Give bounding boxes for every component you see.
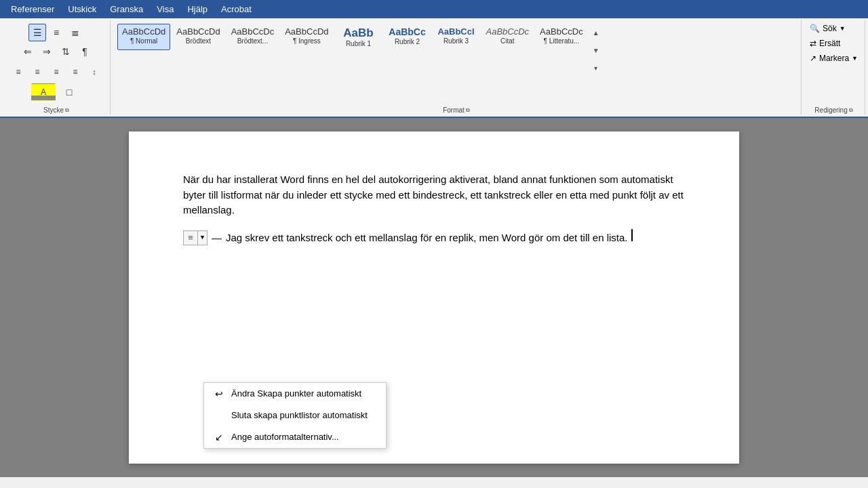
align-right-button[interactable]: ≡ (47, 63, 65, 81)
shading-button[interactable]: A (31, 83, 56, 101)
sluta-label: Sluta skapa punktlistor automatiskt (231, 409, 368, 422)
list-dash: — (212, 230, 222, 246)
list-line-container: ≡ ▼ — Jag skrev ett tankstreck och ett m… (183, 229, 685, 246)
format-expand-icon: ⧉ (466, 107, 470, 114)
style-rubrik3[interactable]: AaBbCcI Rubrik 3 (433, 24, 480, 50)
style-litteratur-preview: AaBbCcDc (540, 26, 583, 37)
style-brodtext[interactable]: AaBbCcDd Brödtext (172, 24, 224, 50)
menu-bar: Referenser Utskick Granska Visa Hjälp Ac… (0, 0, 868, 18)
increase-indent-button[interactable]: ⇒ (38, 43, 56, 60)
style-rubrik3-preview: AaBbCcI (437, 26, 474, 37)
menu-utskick[interactable]: Utskick (62, 1, 102, 17)
style-brodtext-preview: AaBbCcDd (176, 26, 220, 37)
autocorrect-arrow[interactable]: ▼ (198, 230, 208, 245)
autocorrect-indicator: ≡ ▼ (183, 230, 208, 245)
dropdown-item-sluta[interactable]: Sluta skapa punktlistor automatiskt (204, 405, 386, 426)
list-content: — Jag skrev ett tankstreck och ett mella… (212, 229, 633, 246)
border-button[interactable]: □ (57, 83, 81, 101)
redigering-group: 🔍 Sök ▼ ⇄ Ersätt ↗ Markera ▼ Redigering … (803, 20, 865, 115)
redigering-content: 🔍 Sök ▼ ⇄ Ersätt ↗ Markera ▼ (803, 20, 865, 105)
search-icon: 🔍 (810, 24, 820, 33)
stycke-expand-icon: ⧉ (65, 107, 69, 114)
ersatt-label: Ersätt (819, 39, 840, 48)
document-page[interactable]: När du har installerat Word finns en hel… (129, 131, 739, 464)
ange-label: Ange autoformatalternativ... (231, 430, 339, 444)
style-normal[interactable]: AaBbCcDd ¶ Normal (117, 24, 170, 50)
menu-visa[interactable]: Visa (151, 1, 179, 17)
markera-icon: ↗ (810, 54, 816, 63)
search-dropdown-icon: ▼ (840, 25, 846, 32)
angra-icon: ↩ (212, 387, 226, 401)
stycke-controls: ☰ ≡ ≣ ⇐ ⇒ ⇅ ¶ ≡ ≡ ≡ ≡ ↕ A (3, 20, 110, 105)
style-rubrik1[interactable]: AaBb Rubrik 1 (335, 24, 382, 50)
style-ingress-label: ¶ Ingress (293, 37, 321, 45)
stycke-footer[interactable]: Stycke ⧉ (3, 105, 110, 115)
sort-button[interactable]: ⇅ (57, 43, 75, 60)
markera-label: Markera (819, 54, 849, 63)
line-spacing-button[interactable]: ↕ (85, 63, 103, 81)
paragraph-1: När du har installerat Word finns en hel… (183, 172, 685, 218)
gallery-scroll-up[interactable]: ▲ (591, 24, 601, 41)
ange-icon: ↙ (212, 430, 226, 444)
autocorrect-dropdown: ↩ Ändra Skapa punkter automatiskt Sluta … (203, 382, 387, 449)
style-items-container: AaBbCcDd ¶ Normal AaBbCcDd Brödtext AaBb… (116, 22, 589, 52)
style-rubrik3-label: Rubrik 3 (443, 37, 469, 45)
style-rubrik1-preview: AaBb (343, 26, 373, 40)
style-brodtext2-label: Brödtext... (237, 37, 269, 45)
gallery-scroll-expand[interactable]: ▾ (591, 59, 601, 77)
multilevel-list-button[interactable]: ≣ (66, 24, 84, 41)
menu-hjalp[interactable]: Hjälp (182, 1, 213, 17)
redigering-label: Redigering (814, 106, 847, 114)
dropdown-item-angra[interactable]: ↩ Ändra Skapa punkter automatiskt (204, 383, 386, 405)
angra-label: Ändra Skapa punkter automatiskt (231, 387, 361, 401)
gallery-scroll-down[interactable]: ▼ (591, 41, 601, 59)
styles-gallery: AaBbCcDd ¶ Normal AaBbCcDd Brödtext AaBb… (116, 22, 797, 78)
style-brodtext2-preview: AaBbCcDc (231, 26, 275, 37)
numbered-list-button[interactable]: ≡ (47, 24, 65, 41)
search-button[interactable]: 🔍 Sök ▼ (807, 22, 848, 35)
style-ingress-preview: AaBbCcDd (285, 26, 328, 37)
style-normal-label: ¶ Normal (130, 37, 157, 45)
align-center-button[interactable]: ≡ (28, 63, 46, 81)
justify-button[interactable]: ≡ (66, 63, 84, 81)
menu-referenser[interactable]: Referenser (5, 1, 60, 17)
style-rubrik1-label: Rubrik 1 (346, 40, 371, 47)
style-citat[interactable]: AaBbCcDc Citat (481, 24, 534, 50)
menu-granska[interactable]: Granska (104, 1, 149, 17)
list-controls: ☰ ≡ ≣ ⇐ ⇒ ⇅ ¶ ≡ ≡ ≡ ≡ ↕ A (7, 22, 106, 102)
style-litteratur-label: ¶ Litteratu... (544, 37, 580, 45)
redigering-expand-icon: ⧉ (849, 107, 853, 114)
markera-dropdown-icon: ▼ (852, 55, 858, 62)
ersatt-icon: ⇄ (810, 39, 816, 48)
redigering-footer[interactable]: Redigering ⧉ (803, 105, 865, 115)
styles-content: AaBbCcDd ¶ Normal AaBbCcDd Brödtext AaBb… (112, 20, 801, 105)
ribbon-toolbar: ☰ ≡ ≣ ⇐ ⇒ ⇅ ¶ ≡ ≡ ≡ ≡ ↕ A (0, 18, 868, 118)
dropdown-item-ange[interactable]: ↙ Ange autoformatalternativ... (204, 426, 386, 448)
decrease-indent-button[interactable]: ⇐ (19, 43, 37, 60)
style-ingress[interactable]: AaBbCcDd ¶ Ingress (280, 24, 333, 50)
autocorrect-box[interactable]: ≡ (183, 230, 198, 245)
search-label: Sök (823, 24, 837, 33)
style-normal-preview: AaBbCcDd (122, 26, 165, 37)
stycke-label: Stycke (43, 106, 64, 114)
stycke-group: ☰ ≡ ≣ ⇐ ⇒ ⇅ ¶ ≡ ≡ ≡ ≡ ↕ A (3, 20, 111, 115)
align-left-button[interactable]: ≡ (9, 63, 27, 81)
ersatt-button[interactable]: ⇄ Ersätt (807, 37, 843, 49)
format-label: Format (443, 106, 465, 114)
style-rubrik2-label: Rubrik 2 (395, 38, 420, 45)
markera-button[interactable]: ↗ Markera ▼ (807, 52, 861, 64)
style-brodtext2[interactable]: AaBbCcDc Brödtext... (226, 24, 279, 50)
sluta-icon (212, 409, 226, 422)
bullets-button[interactable]: ☰ (28, 24, 46, 41)
ribbon-menubar: Referenser Utskick Granska Visa Hjälp Ac… (0, 0, 868, 18)
style-rubrik2-preview: AaBbCc (389, 26, 425, 38)
menu-acrobat[interactable]: Acrobat (216, 1, 257, 17)
format-footer[interactable]: Format ⧉ (112, 105, 801, 115)
style-citat-preview: AaBbCcDc (486, 26, 530, 37)
show-formatting-button[interactable]: ¶ (76, 43, 94, 60)
style-brodtext-label: Brödtext (186, 37, 211, 45)
style-rubrik2[interactable]: AaBbCc Rubrik 2 (384, 24, 431, 50)
style-litteratur[interactable]: AaBbCcDc ¶ Litteratu... (535, 24, 588, 50)
style-citat-label: Citat (500, 37, 515, 45)
text-cursor (631, 229, 633, 241)
